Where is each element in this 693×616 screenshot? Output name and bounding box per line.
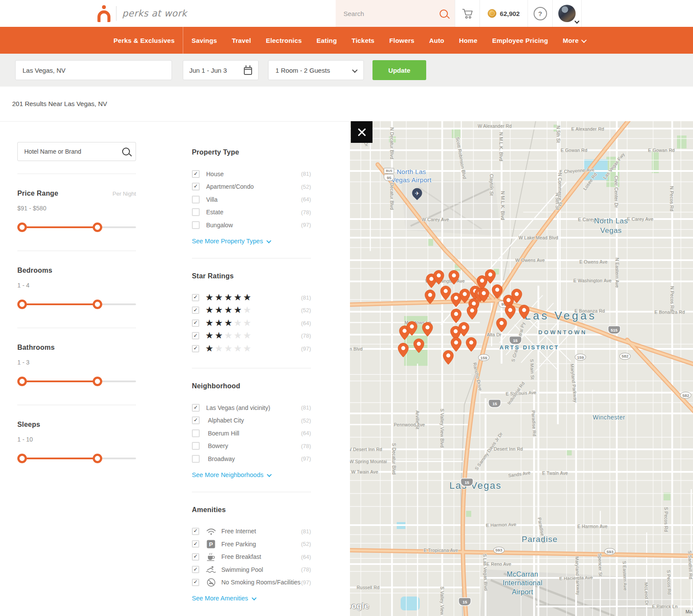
map[interactable]: W Alexander RdE Alexander RdE Gowan RdE …: [350, 121, 693, 616]
sleeps-slider[interactable]: [17, 454, 136, 463]
see-more-property-types[interactable]: See More Property Types: [192, 238, 270, 245]
checkbox[interactable]: ✓: [192, 404, 200, 412]
nav-item-savings[interactable]: Savings: [184, 27, 224, 54]
checkbox[interactable]: ✓: [192, 183, 200, 190]
property-type-option-villa[interactable]: Villa(64): [192, 193, 311, 206]
checkbox[interactable]: ✓: [192, 416, 200, 424]
checkbox[interactable]: ✓: [192, 319, 199, 327]
amenity-option-no-smoking-rooms-facilities[interactable]: ✓No Smoking Rooms/Facilities(97): [192, 576, 311, 589]
account-menu[interactable]: [552, 0, 582, 27]
slider-handle-min[interactable]: [17, 223, 27, 232]
checkbox[interactable]: ✓: [192, 528, 199, 535]
rooms-guests-select[interactable]: 1 Room - 2 Guests: [268, 60, 364, 80]
bedrooms-slider[interactable]: [17, 300, 136, 309]
help-button[interactable]: ?: [528, 0, 552, 27]
nav-item-electronics[interactable]: Electronics: [259, 27, 309, 54]
hotel-pin-13[interactable]: [492, 284, 503, 299]
checkbox[interactable]: ✓: [192, 170, 200, 178]
hotel-pin-17[interactable]: [518, 305, 530, 319]
avatar[interactable]: [558, 5, 576, 22]
see-more-neighborhoods[interactable]: See More Neighborhoods: [192, 471, 271, 478]
dates-field[interactable]: Jun 1 - Jun 3: [183, 60, 259, 80]
hotel-pin-28[interactable]: [413, 339, 424, 353]
checkbox[interactable]: [192, 208, 200, 216]
hotel-pin-24[interactable]: [422, 322, 433, 337]
hotel-pin-12[interactable]: [478, 288, 489, 303]
hotel-pin-7[interactable]: [424, 290, 436, 304]
hotel-name-input[interactable]: [23, 148, 122, 155]
slider-handle-max[interactable]: [93, 300, 102, 309]
slider-handle-min[interactable]: [17, 377, 27, 386]
hotel-pin-3[interactable]: [448, 270, 460, 285]
checkbox[interactable]: [192, 196, 200, 203]
property-type-option-house[interactable]: ✓House(81): [192, 168, 311, 181]
search-icon[interactable]: [440, 10, 448, 18]
hotel-pin-30[interactable]: [466, 337, 477, 352]
star-rating-option-2[interactable]: ✓★★★★★(78): [192, 329, 311, 342]
nav-item-eating[interactable]: Eating: [309, 27, 344, 54]
amenity-option-free-internet[interactable]: ✓Free Internet(81): [192, 525, 311, 538]
header-search[interactable]: [336, 0, 455, 27]
checkbox[interactable]: ✓: [192, 345, 199, 352]
slider-handle-max[interactable]: [93, 454, 102, 463]
slider-handle-min[interactable]: [17, 300, 27, 309]
star-rating-option-5[interactable]: ✓★★★★★(81): [192, 291, 311, 304]
amenity-option-free-parking[interactable]: ✓PFree Parking(52): [192, 538, 311, 551]
nav-item-employee-pricing[interactable]: Employee Pricing: [485, 27, 555, 54]
nav-item-more[interactable]: More: [555, 27, 593, 54]
map-close-button[interactable]: [351, 121, 372, 143]
hotel-pin-27[interactable]: [398, 343, 409, 358]
star-rating-option-3[interactable]: ✓★★★★★(64): [192, 317, 311, 330]
header-search-input[interactable]: [343, 10, 440, 18]
hotel-pin-21[interactable]: [496, 318, 507, 332]
update-button[interactable]: Update: [372, 60, 426, 80]
hotel-pin-23[interactable]: [406, 321, 418, 336]
nav-item-auto[interactable]: Auto: [422, 27, 452, 54]
price-range-slider[interactable]: [17, 223, 136, 232]
slider-handle-min[interactable]: [17, 454, 27, 463]
neighborhood-option-boerum-hill[interactable]: Boerum Hill(64): [192, 427, 311, 440]
checkbox[interactable]: ✓: [192, 566, 199, 573]
checkbox[interactable]: ✓: [192, 540, 199, 548]
nav-item-perks-exclusives[interactable]: Perks & Exclusives: [106, 27, 182, 54]
checkbox[interactable]: [192, 221, 200, 229]
hotel-pin-6[interactable]: [440, 286, 451, 300]
property-type-option-estate[interactable]: Estate(78): [192, 206, 311, 219]
neighborhood-option-broadway[interactable]: Broadway(97): [192, 452, 311, 465]
amenity-option-swimming-pool[interactable]: ✓Swimming Pool(78): [192, 563, 311, 576]
hotel-pin-15[interactable]: [511, 289, 522, 303]
neighborhood-option-las-vegas-and-vicinity[interactable]: ✓Las Vegas (and vicinity)(81): [192, 401, 311, 414]
checkbox[interactable]: ✓: [192, 332, 199, 339]
star-rating-option-1[interactable]: ✓★★★★★(97): [192, 342, 311, 355]
hotel-pin-26[interactable]: [458, 322, 470, 337]
checkbox[interactable]: [192, 455, 200, 463]
nav-item-tickets[interactable]: Tickets: [344, 27, 382, 54]
cart-button[interactable]: [455, 0, 479, 27]
points-balance[interactable]: 62,902: [479, 0, 528, 27]
hotel-pin-29[interactable]: [450, 337, 462, 352]
hotel-name-search[interactable]: [17, 142, 136, 161]
nav-item-flowers[interactable]: Flowers: [382, 27, 422, 54]
star-rating-option-4[interactable]: ✓★★★★★(52): [192, 304, 311, 317]
destination-field[interactable]: [15, 60, 172, 80]
hotel-pin-31[interactable]: [443, 350, 454, 365]
search-icon[interactable]: [122, 148, 130, 155]
checkbox[interactable]: ✓: [192, 553, 199, 561]
logo[interactable]: perks at work: [97, 0, 187, 27]
slider-handle-max[interactable]: [93, 377, 102, 386]
checkbox[interactable]: ✓: [192, 579, 199, 586]
neighborhood-option-alphabet-city[interactable]: ✓Alphabet City(52): [192, 414, 311, 427]
checkbox[interactable]: ✓: [192, 306, 199, 314]
hotel-pin-2[interactable]: [433, 270, 444, 285]
checkbox[interactable]: ✓: [192, 294, 199, 301]
amenity-option-free-breakfast[interactable]: ✓Free Breakfast(64): [192, 551, 311, 564]
neighborhood-option-bowery[interactable]: Bowery(78): [192, 440, 311, 453]
hotel-pin-5[interactable]: [485, 269, 496, 284]
slider-handle-max[interactable]: [93, 223, 102, 232]
hotel-pin-19[interactable]: [450, 309, 462, 323]
property-type-option-apartment-condo[interactable]: ✓Apartment/Condo(52): [192, 181, 311, 194]
destination-input[interactable]: [16, 67, 172, 74]
nav-item-travel[interactable]: Travel: [224, 27, 259, 54]
checkbox[interactable]: [192, 429, 200, 437]
checkbox[interactable]: [192, 442, 200, 450]
